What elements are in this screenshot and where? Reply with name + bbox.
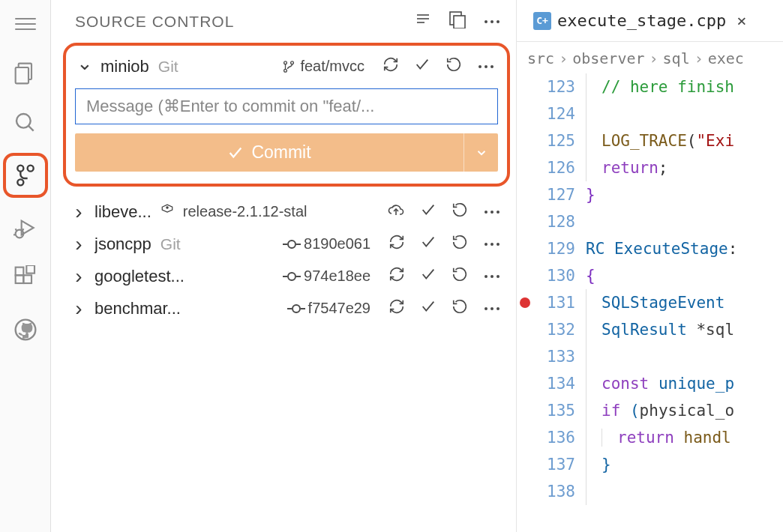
commit-message-input[interactable] — [75, 88, 498, 124]
breadcrumb-item[interactable]: exec — [708, 49, 744, 67]
code-line[interactable]: const unique_p — [575, 370, 783, 397]
run-debug-icon[interactable] — [12, 214, 39, 241]
check-icon[interactable] — [420, 234, 436, 254]
cloud-upload-icon[interactable] — [387, 202, 405, 221]
more-actions-icon[interactable] — [483, 10, 501, 32]
miniob-repo-name: miniob — [100, 57, 149, 76]
refresh-icon[interactable] — [452, 234, 468, 254]
github-icon[interactable] — [12, 316, 39, 343]
more-actions-icon[interactable] — [477, 65, 495, 68]
breakpoint-icon[interactable] — [520, 297, 530, 308]
svg-point-23 — [284, 69, 287, 72]
repo-name: jsoncpp — [94, 235, 152, 254]
code-line[interactable]: RC ExecuteStage: — [575, 235, 783, 262]
repo-row[interactable]: benchmar... f7547e29 — [69, 292, 504, 324]
more-actions-icon[interactable] — [483, 275, 501, 278]
code-line[interactable]: { — [575, 262, 783, 289]
tag-icon — [160, 203, 174, 220]
tab-execute-stage[interactable]: C+ execute_stage.cpp × — [523, 4, 757, 37]
breadcrumb[interactable]: src›observer›sql›exec — [517, 42, 783, 73]
svg-point-24 — [291, 61, 294, 64]
chevron-right-icon[interactable] — [72, 270, 86, 283]
svg-rect-21 — [454, 16, 465, 28]
refresh-icon[interactable] — [446, 56, 462, 76]
sync-icon[interactable] — [382, 56, 399, 76]
code-line[interactable]: SqlResult *sql — [575, 316, 783, 343]
source-control-header: SOURCE CONTROL — [51, 0, 516, 40]
check-icon[interactable] — [414, 56, 430, 76]
extensions-icon[interactable] — [12, 264, 39, 291]
line-number: 123 — [533, 73, 575, 100]
svg-line-9 — [15, 229, 16, 231]
code-line[interactable]: } — [575, 451, 783, 478]
chevron-right-icon[interactable] — [72, 238, 86, 251]
sync-icon[interactable] — [388, 298, 405, 318]
line-number: 130 — [533, 262, 575, 289]
line-number: 135 — [533, 397, 575, 424]
search-icon[interactable] — [12, 109, 39, 136]
refresh-icon[interactable] — [452, 298, 468, 318]
menu-icon[interactable] — [12, 10, 39, 37]
explorer-icon[interactable] — [12, 60, 39, 87]
breadcrumb-item[interactable]: observer — [572, 49, 644, 67]
refresh-icon[interactable] — [452, 266, 468, 286]
repo-row[interactable]: googletest... 974e18ee — [69, 260, 504, 292]
line-number: 129 — [533, 235, 575, 262]
code-line[interactable]: SQLStageEvent — [575, 289, 783, 316]
commit-dropdown-button[interactable] — [464, 133, 498, 172]
check-icon[interactable] — [420, 202, 436, 222]
more-actions-icon[interactable] — [483, 307, 501, 310]
commit-hash: f7547e29 — [308, 300, 370, 317]
code-line[interactable] — [575, 478, 783, 492]
sync-icon[interactable] — [388, 266, 405, 286]
branch-indicator[interactable]: feat/mvcc — [282, 58, 364, 75]
code-area[interactable]: 1231241251261271281291301311321331341351… — [517, 73, 783, 532]
svg-point-5 — [17, 179, 23, 185]
chevron-down-icon[interactable] — [78, 60, 92, 73]
line-number: 138 — [533, 478, 575, 492]
code-line[interactable] — [575, 208, 783, 235]
code-line[interactable]: return handl — [575, 424, 783, 451]
code-line[interactable] — [575, 100, 783, 127]
check-icon[interactable] — [420, 298, 436, 318]
svg-rect-13 — [23, 275, 32, 283]
breadcrumb-item[interactable]: src — [527, 49, 554, 67]
repo-row[interactable]: jsoncpp Git 8190e061 — [69, 228, 504, 260]
commit-ref[interactable]: f7547e29 — [292, 300, 370, 317]
line-number: 137 — [533, 451, 575, 478]
commit-ref[interactable]: 8190e061 — [287, 235, 370, 253]
breadcrumb-item[interactable]: sql — [663, 49, 690, 67]
check-icon[interactable] — [420, 266, 436, 286]
close-icon[interactable]: × — [736, 11, 746, 30]
view-as-tree-icon[interactable] — [448, 10, 466, 32]
line-number: 125 — [533, 127, 575, 154]
code-line[interactable] — [575, 343, 783, 370]
code-line[interactable]: } — [575, 181, 783, 208]
commit-ref[interactable]: 974e18ee — [287, 267, 370, 285]
repo-name: googletest... — [94, 267, 184, 286]
activity-bar — [0, 0, 51, 532]
more-actions-icon[interactable] — [483, 243, 501, 246]
more-actions-icon[interactable] — [483, 211, 501, 214]
tab-bar: C+ execute_stage.cpp × — [517, 0, 783, 42]
editor: C+ execute_stage.cpp × src›observer›sql›… — [516, 0, 783, 532]
code-line[interactable]: LOG_TRACE("Exi — [575, 127, 783, 154]
chevron-right-icon[interactable] — [72, 302, 86, 315]
commit-button[interactable]: Commit — [75, 133, 464, 172]
code-line[interactable]: if (physical_o — [575, 397, 783, 424]
code-line[interactable]: return; — [575, 154, 783, 181]
svg-point-4 — [27, 166, 33, 172]
svg-point-2 — [16, 114, 31, 128]
repo-name: libeve... — [94, 202, 152, 222]
svg-line-10 — [22, 229, 23, 231]
chevron-right-icon[interactable] — [72, 205, 86, 219]
tab-filename: execute_stage.cpp — [557, 11, 726, 30]
repo-row[interactable]: libeve... release-2.1.12-stal — [69, 196, 504, 228]
svg-point-6 — [17, 166, 23, 172]
sync-icon[interactable] — [388, 234, 405, 254]
view-as-list-icon[interactable] — [414, 10, 432, 32]
source-control-icon[interactable] — [12, 162, 39, 189]
refresh-icon[interactable] — [452, 202, 468, 222]
miniob-repo-row[interactable]: miniob Git feat/mvcc — [75, 52, 498, 81]
code-line[interactable]: // here finish — [575, 73, 783, 100]
